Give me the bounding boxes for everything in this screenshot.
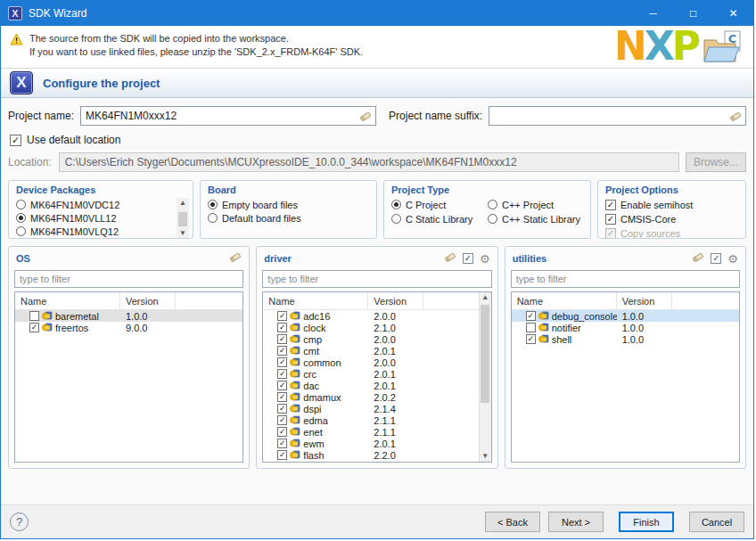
component-row[interactable]: dmamux2.0.2: [263, 391, 490, 403]
filter-input[interactable]: [15, 274, 242, 284]
minimize-icon[interactable]: ─: [633, 1, 673, 26]
component-row[interactable]: common2.0.0: [263, 357, 490, 368]
maximize-icon[interactable]: □: [673, 1, 713, 26]
component-checkbox[interactable]: [277, 427, 287, 437]
device-package-option[interactable]: MK64FN1M0VDC12: [16, 198, 177, 211]
radio-icon[interactable]: [16, 200, 26, 209]
device-package-option[interactable]: MK64FN1M0VLL12: [16, 211, 177, 225]
project-type-option[interactable]: C++ Project: [488, 198, 587, 211]
component-row[interactable]: ewm2.0.1: [263, 438, 490, 449]
option-checkbox[interactable]: [605, 200, 616, 210]
component-checkbox[interactable]: [277, 450, 287, 460]
eraser-icon[interactable]: [729, 111, 742, 125]
column-header-version[interactable]: Version: [617, 292, 672, 309]
select-all-icon[interactable]: ✓: [711, 253, 721, 264]
option-checkbox[interactable]: [605, 214, 616, 225]
project-type-option[interactable]: C Project: [391, 198, 488, 211]
component-checkbox[interactable]: [29, 311, 39, 321]
gear-icon[interactable]: ⚙: [727, 253, 738, 265]
column-header-name[interactable]: Name: [263, 292, 368, 309]
component-checkbox[interactable]: [277, 369, 287, 379]
use-default-location-row[interactable]: Use default location: [10, 134, 746, 146]
component-row[interactable]: baremetal1.0.0: [15, 310, 242, 322]
component-icon: [290, 334, 300, 344]
radio-icon[interactable]: [208, 200, 218, 209]
component-row[interactable]: dspi2.1.4: [263, 403, 490, 414]
cancel-button[interactable]: Cancel: [689, 512, 744, 532]
column-header-name[interactable]: Name: [15, 292, 120, 309]
scroll-up-icon[interactable]: ▲: [177, 198, 189, 209]
radio-icon[interactable]: [488, 214, 497, 224]
component-checkbox[interactable]: [526, 334, 536, 344]
close-icon[interactable]: ✕: [713, 1, 753, 26]
panel-scrollbar[interactable]: ▲▼: [479, 292, 491, 462]
eraser-icon[interactable]: [229, 250, 242, 266]
component-checkbox[interactable]: [277, 323, 287, 332]
eraser-icon[interactable]: [359, 111, 372, 125]
component-row[interactable]: edma2.1.1: [263, 414, 490, 426]
finish-button[interactable]: Finish: [619, 512, 674, 532]
component-checkbox[interactable]: [277, 439, 287, 448]
filter-input[interactable]: [263, 274, 490, 284]
filter-input[interactable]: [512, 274, 739, 284]
radio-icon[interactable]: [16, 238, 26, 239]
component-row[interactable]: flash2.2.0: [263, 449, 490, 461]
column-header-version[interactable]: Version: [120, 292, 176, 309]
project-option[interactable]: Enable semihost: [605, 198, 742, 212]
project-option[interactable]: CMSIS-Core: [605, 212, 742, 226]
device-package-option[interactable]: MK64FN1M0VLQ12: [16, 225, 177, 238]
radio-icon[interactable]: [488, 200, 497, 209]
component-row[interactable]: flexbus2.0.1: [263, 461, 490, 462]
device-package-option[interactable]: MK64FN1M0VMD12: [16, 238, 177, 239]
radio-icon[interactable]: [391, 214, 401, 224]
component-version: 1.0.0: [617, 323, 644, 333]
board-option[interactable]: Empty board files: [208, 198, 373, 211]
component-checkbox[interactable]: [277, 311, 287, 321]
component-row[interactable]: crc2.0.1: [263, 368, 490, 380]
component-checkbox[interactable]: [277, 357, 287, 367]
eraser-icon[interactable]: [692, 250, 704, 266]
component-checkbox[interactable]: [277, 415, 287, 425]
project-type-option[interactable]: C++ Static Library: [488, 212, 587, 225]
help-button[interactable]: ?: [10, 512, 29, 531]
project-name-suffix-input[interactable]: [489, 107, 745, 125]
board-option[interactable]: Default board files: [208, 211, 373, 225]
scroll-down-icon[interactable]: ▼: [177, 228, 189, 239]
component-row[interactable]: debug_console1.0.0: [512, 310, 739, 322]
component-checkbox[interactable]: [277, 346, 287, 356]
component-row[interactable]: clock2.1.0: [263, 322, 490, 333]
radio-icon[interactable]: [391, 200, 401, 209]
component-row[interactable]: adc162.0.0: [263, 310, 490, 322]
next-button[interactable]: Next >: [548, 512, 604, 532]
back-button[interactable]: < Back: [485, 512, 540, 532]
column-header-name[interactable]: Name: [512, 292, 617, 309]
device-packages-scrollbar[interactable]: ▲ ▼: [177, 198, 189, 239]
component-checkbox[interactable]: [526, 323, 536, 332]
radio-icon[interactable]: [208, 213, 218, 223]
component-checkbox[interactable]: [526, 311, 536, 321]
select-all-icon[interactable]: ✓: [463, 253, 473, 264]
component-row[interactable]: cmt2.0.1: [263, 345, 490, 357]
component-row[interactable]: notifier1.0.0: [512, 322, 739, 333]
component-row[interactable]: enet2.1.1: [263, 426, 490, 438]
radio-icon[interactable]: [16, 213, 26, 223]
component-checkbox[interactable]: [29, 323, 39, 332]
component-row[interactable]: cmp2.0.0: [263, 333, 490, 345]
component-checkbox[interactable]: [277, 392, 287, 402]
component-row[interactable]: dac2.0.1: [263, 380, 490, 391]
radio-icon[interactable]: [16, 226, 26, 236]
component-checkbox[interactable]: [277, 381, 287, 390]
project-type-option[interactable]: C Static Library: [391, 212, 488, 225]
project-name-input[interactable]: [81, 107, 375, 125]
component-row[interactable]: freertos9.0.0: [15, 322, 242, 333]
scroll-up-icon[interactable]: ▲: [479, 292, 491, 303]
browse-button[interactable]: Browse...: [686, 152, 746, 172]
gear-icon[interactable]: ⚙: [480, 253, 490, 265]
scroll-down-icon[interactable]: ▼: [479, 451, 491, 462]
component-checkbox[interactable]: [277, 404, 287, 414]
component-row[interactable]: shell1.0.0: [512, 333, 739, 345]
use-default-location-checkbox[interactable]: [10, 135, 21, 146]
component-checkbox[interactable]: [277, 334, 287, 344]
eraser-icon[interactable]: [444, 250, 456, 266]
column-header-version[interactable]: Version: [368, 292, 423, 309]
